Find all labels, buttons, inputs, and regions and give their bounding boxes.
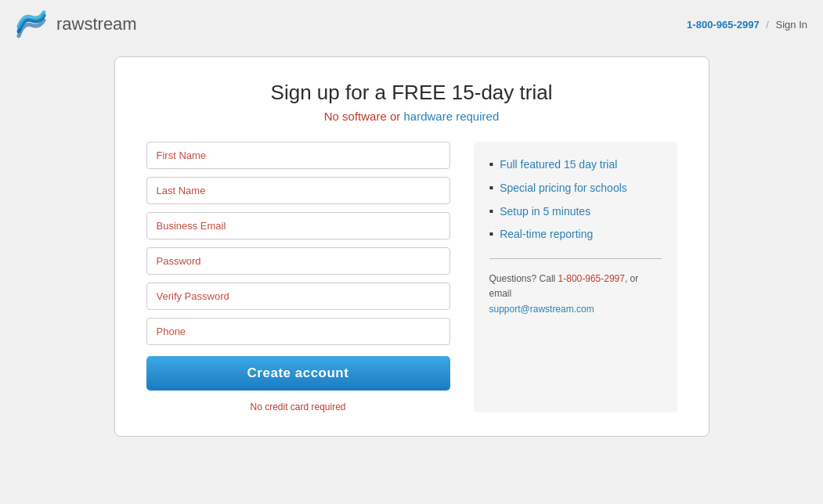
phone-input[interactable] <box>146 318 450 345</box>
questions-phone[interactable]: 1-800-965-2997 <box>558 273 625 284</box>
card-title: Sign up for a FREE 15-day trial <box>146 81 677 105</box>
main-container: Sign up for a FREE 15-day trial No softw… <box>0 49 823 452</box>
features-list: Full featured 15 day trial Special prici… <box>489 157 662 243</box>
questions-email[interactable]: support@rawstream.com <box>489 304 594 315</box>
logo-area: rawstream <box>16 9 137 39</box>
info-column: Full featured 15 day trial Special prici… <box>474 142 677 412</box>
verify-password-input[interactable] <box>146 283 450 310</box>
first-name-input[interactable] <box>146 142 450 169</box>
feature-item: Real-time reporting <box>489 227 662 243</box>
feature-item: Full featured 15 day trial <box>489 157 662 173</box>
card-header: Sign up for a FREE 15-day trial No softw… <box>146 81 677 123</box>
last-name-input[interactable] <box>146 177 450 204</box>
header-right: 1-800-965-2997 / Sign In <box>687 19 807 31</box>
signup-card: Sign up for a FREE 15-day trial No softw… <box>114 56 709 437</box>
email-input[interactable] <box>146 212 450 239</box>
questions-text: Questions? Call 1-800-965-2997, or email… <box>489 272 662 317</box>
logo-icon <box>16 9 49 39</box>
header: rawstream 1-800-965-2997 / Sign In <box>0 0 823 49</box>
info-divider <box>489 258 662 259</box>
create-account-button[interactable]: Create account <box>146 356 450 391</box>
card-body: Create account No credit card required F… <box>146 142 677 412</box>
header-phone[interactable]: 1-800-965-2997 <box>687 19 760 31</box>
feature-item: Special pricing for schools <box>489 181 662 196</box>
sign-in-link[interactable]: Sign In <box>776 19 807 31</box>
password-input[interactable] <box>146 247 450 275</box>
no-credit-text: No credit card required <box>146 401 450 412</box>
logo-text: rawstream <box>56 14 137 34</box>
feature-item: Setup in 5 minutes <box>489 204 662 220</box>
form-column: Create account No credit card required <box>146 142 450 412</box>
questions-prefix: Questions? Call <box>489 273 558 284</box>
card-subtitle: No software or hardware required <box>146 110 677 123</box>
subtitle-highlight: hardware required <box>403 110 499 123</box>
subtitle-part1: No software or <box>324 110 404 123</box>
header-divider: / <box>766 19 769 31</box>
